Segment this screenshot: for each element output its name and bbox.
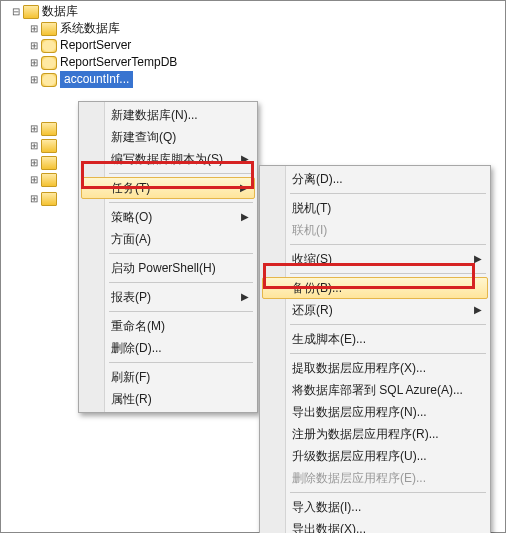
menu-item-policies[interactable]: 策略(O)▶ <box>81 206 255 228</box>
tree-node-label-selected: accountInf... <box>60 71 133 88</box>
menu-item-generate-scripts[interactable]: 生成脚本(E)... <box>262 328 488 350</box>
menu-item-delete-dacpac: 删除数据层应用程序(E)... <box>262 467 488 489</box>
menu-item-export-data[interactable]: 导出数据(X)... <box>262 518 488 533</box>
menu-item-label: 任务(T) <box>111 181 150 195</box>
menu-item-properties[interactable]: 属性(R) <box>81 388 255 410</box>
tree-node-reportserver[interactable]: ⊞ ReportServer <box>11 37 177 54</box>
menu-item-label: 导入数据(I)... <box>292 500 361 514</box>
menu-item-shrink[interactable]: 收缩(S)▶ <box>262 248 488 270</box>
menu-item-label: 提取数据层应用程序(X)... <box>292 361 426 375</box>
menu-item-label: 属性(R) <box>111 392 152 406</box>
tree-node-reportservertempdb[interactable]: ⊞ ReportServerTempDB <box>11 54 177 71</box>
folder-icon <box>23 5 39 19</box>
menu-item-label: 联机(I) <box>292 223 327 237</box>
menu-item-facets[interactable]: 方面(A) <box>81 228 255 250</box>
menu-item-label: 新建数据库(N)... <box>111 108 198 122</box>
menu-item-label: 注册为数据层应用程序(R)... <box>292 427 439 441</box>
menu-separator <box>290 492 486 493</box>
menu-separator <box>109 173 253 174</box>
menu-item-detach[interactable]: 分离(D)... <box>262 168 488 190</box>
menu-item-register-dacpac[interactable]: 注册为数据层应用程序(R)... <box>262 423 488 445</box>
submenu-arrow-icon: ▶ <box>474 248 482 270</box>
tree-extra-nodes: ⊞ ⊞ ⊞ ⊞ ⊞ <box>11 106 60 207</box>
submenu-arrow-icon: ▶ <box>241 286 249 308</box>
menu-separator <box>290 273 486 274</box>
menu-item-label: 新建查询(Q) <box>111 130 176 144</box>
database-icon <box>41 73 57 87</box>
database-icon <box>41 56 57 70</box>
submenu-arrow-icon: ▶ <box>241 206 249 228</box>
tree-node-system-dbs[interactable]: ⊞ 系统数据库 <box>11 20 177 37</box>
menu-item-reports[interactable]: 报表(P)▶ <box>81 286 255 308</box>
menu-item-label: 将数据库部署到 SQL Azure(A)... <box>292 383 463 397</box>
folder-icon <box>41 192 57 206</box>
menu-item-label: 备份(B)... <box>292 281 342 295</box>
object-explorer-tree[interactable]: ⊟ 数据库 ⊞ 系统数据库 ⊞ ReportServer ⊞ ReportSer… <box>11 3 177 88</box>
folder-icon <box>41 173 57 187</box>
menu-separator <box>109 253 253 254</box>
menu-item-bring-online: 联机(I) <box>262 219 488 241</box>
menu-item-delete[interactable]: 删除(D)... <box>81 337 255 359</box>
menu-item-label: 编写数据库脚本为(S) <box>111 152 223 166</box>
expand-icon[interactable]: ⊞ <box>29 37 39 54</box>
menu-item-upgrade-dacpac[interactable]: 升级数据层应用程序(U)... <box>262 445 488 467</box>
menu-item-label: 分离(D)... <box>292 172 343 186</box>
tree-node-label: ReportServerTempDB <box>60 54 177 71</box>
tree-node-label: 系统数据库 <box>60 20 120 37</box>
menu-item-new-database[interactable]: 新建数据库(N)... <box>81 104 255 126</box>
expand-icon[interactable]: ⊞ <box>29 54 39 71</box>
menu-item-backup[interactable]: 备份(B)... <box>262 277 488 299</box>
menu-item-label: 升级数据层应用程序(U)... <box>292 449 427 463</box>
folder-icon <box>41 139 57 153</box>
collapse-icon[interactable]: ⊟ <box>11 3 21 20</box>
context-menu-database[interactable]: 新建数据库(N)... 新建查询(Q) 编写数据库脚本为(S)▶ 任务(T)▶ … <box>78 101 258 413</box>
menu-item-take-offline[interactable]: 脱机(T) <box>262 197 488 219</box>
database-icon <box>41 39 57 53</box>
menu-item-label: 删除(D)... <box>111 341 162 355</box>
menu-item-refresh[interactable]: 刷新(F) <box>81 366 255 388</box>
folder-icon <box>41 22 57 36</box>
menu-item-label: 重命名(M) <box>111 319 165 333</box>
menu-item-rename[interactable]: 重命名(M) <box>81 315 255 337</box>
menu-item-label: 删除数据层应用程序(E)... <box>292 471 426 485</box>
submenu-tasks[interactable]: 分离(D)... 脱机(T) 联机(I) 收缩(S)▶ 备份(B)... 还原(… <box>259 165 491 533</box>
folder-icon <box>41 122 57 136</box>
menu-separator <box>290 244 486 245</box>
submenu-arrow-icon: ▶ <box>474 299 482 321</box>
menu-item-label: 策略(O) <box>111 210 152 224</box>
menu-separator <box>290 193 486 194</box>
tree-node-selected-db[interactable]: ⊞ accountInf... <box>11 71 177 88</box>
menu-item-label: 启动 PowerShell(H) <box>111 261 216 275</box>
menu-item-label: 收缩(S) <box>292 252 332 266</box>
tree-node-databases[interactable]: ⊟ 数据库 <box>11 3 177 20</box>
menu-item-label: 生成脚本(E)... <box>292 332 366 346</box>
tree-node-label: ReportServer <box>60 37 131 54</box>
menu-separator <box>109 311 253 312</box>
menu-item-restore[interactable]: 还原(R)▶ <box>262 299 488 321</box>
folder-icon <box>41 156 57 170</box>
menu-separator <box>109 202 253 203</box>
menu-item-label: 刷新(F) <box>111 370 150 384</box>
menu-item-extract-dacpac[interactable]: 提取数据层应用程序(X)... <box>262 357 488 379</box>
menu-item-tasks[interactable]: 任务(T)▶ <box>81 177 255 199</box>
menu-item-label: 导出数据层应用程序(N)... <box>292 405 427 419</box>
menu-item-label: 方面(A) <box>111 232 151 246</box>
menu-item-new-query[interactable]: 新建查询(Q) <box>81 126 255 148</box>
menu-item-script-database-as[interactable]: 编写数据库脚本为(S)▶ <box>81 148 255 170</box>
menu-separator <box>290 324 486 325</box>
menu-item-label: 脱机(T) <box>292 201 331 215</box>
menu-item-label: 报表(P) <box>111 290 151 304</box>
menu-separator <box>109 282 253 283</box>
expand-icon[interactable]: ⊞ <box>29 71 39 88</box>
menu-item-start-powershell[interactable]: 启动 PowerShell(H) <box>81 257 255 279</box>
submenu-arrow-icon: ▶ <box>241 148 249 170</box>
menu-item-label: 还原(R) <box>292 303 333 317</box>
menu-separator <box>290 353 486 354</box>
expand-icon[interactable]: ⊞ <box>29 20 39 37</box>
menu-item-import-data[interactable]: 导入数据(I)... <box>262 496 488 518</box>
tree-node-label: 数据库 <box>42 3 78 20</box>
menu-item-export-dacpac[interactable]: 导出数据层应用程序(N)... <box>262 401 488 423</box>
menu-item-deploy-azure[interactable]: 将数据库部署到 SQL Azure(A)... <box>262 379 488 401</box>
submenu-arrow-icon: ▶ <box>240 178 248 198</box>
menu-separator <box>109 362 253 363</box>
